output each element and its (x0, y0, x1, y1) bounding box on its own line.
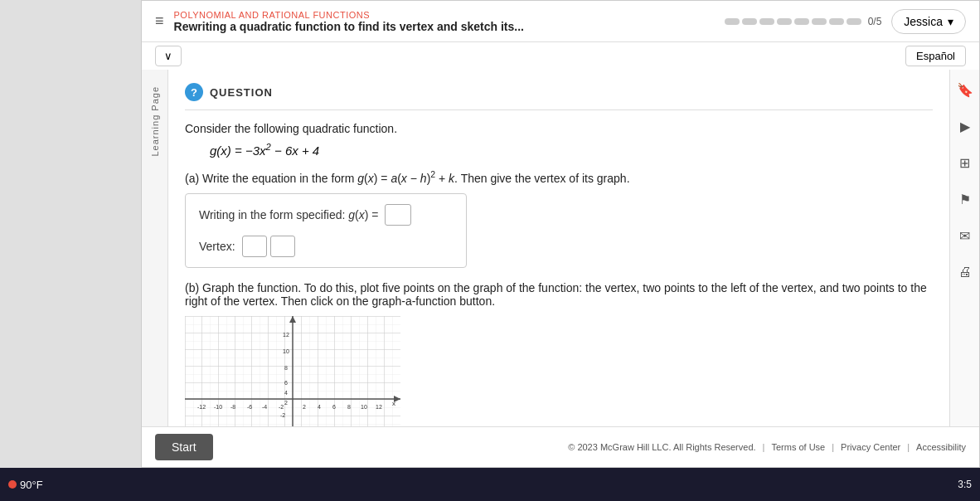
espanol-button[interactable]: Español (905, 46, 966, 66)
accessibility-link[interactable]: Accessibility (916, 442, 966, 452)
progress-seg-2 (742, 18, 757, 25)
svg-text:10: 10 (283, 348, 289, 354)
graph-container[interactable]: -12 -10 -8 -6 -4 -2 2 4 6 8 10 12 x 12 1… (185, 316, 400, 426)
sidebar-label: Learning Page (150, 86, 160, 157)
progress-container: 0/5 (725, 16, 882, 27)
question-icon: ? (185, 83, 203, 101)
bookmark-icon[interactable]: 🔖 (953, 78, 977, 101)
svg-text:2: 2 (303, 404, 306, 410)
main-content: ? QUESTION Consider the following quadra… (168, 70, 949, 426)
svg-text:-2: -2 (279, 404, 284, 410)
progress-seg-4 (777, 18, 792, 25)
question-header: ? QUESTION (185, 83, 933, 101)
user-name-label: Jessica (904, 15, 943, 28)
copyright-text: © 2023 McGraw Hill LLC. All Rights Reser… (568, 442, 755, 452)
problem-intro: Consider the following quadratic functio… (185, 122, 933, 135)
content-area: Learning Page ? QUESTION Consider the fo… (142, 70, 979, 426)
svg-text:8: 8 (284, 365, 288, 371)
svg-text:6: 6 (332, 404, 336, 410)
svg-text:-10: -10 (214, 404, 222, 410)
mail-icon[interactable]: ✉ (953, 224, 977, 247)
right-toolbar: 🔖 ▶ ⊞ ⚑ ✉ 🖨 (949, 70, 979, 426)
part-b-label: (b) Graph the function. To do this, plot… (185, 281, 933, 308)
progress-bar (725, 18, 861, 25)
svg-text:x: x (392, 400, 395, 407)
hamburger-icon[interactable]: ≡ (155, 12, 164, 30)
terms-link[interactable]: Terms of Use (771, 442, 825, 452)
footer-links: © 2023 McGraw Hill LLC. All Rights Reser… (568, 442, 966, 452)
user-menu-button[interactable]: Jessica ▾ (891, 9, 966, 34)
temp-dot (8, 480, 17, 489)
writing-row: Writing in the form specified: g(x) = (199, 204, 453, 226)
dropdown-button[interactable]: ∨ (155, 46, 182, 66)
answer-box: Writing in the form specified: g(x) = Ve… (185, 193, 467, 268)
graph-svg[interactable]: -12 -10 -8 -6 -4 -2 2 4 6 8 10 12 x 12 1… (185, 316, 400, 426)
svg-text:2: 2 (284, 400, 288, 406)
vertex-y-input[interactable] (270, 236, 295, 257)
progress-label: 0/5 (868, 16, 882, 27)
svg-text:-8: -8 (230, 404, 235, 410)
progress-seg-3 (759, 18, 774, 25)
svg-text:12: 12 (376, 404, 382, 410)
vertex-row: Vertex: (199, 236, 453, 257)
function-input[interactable] (385, 204, 411, 226)
breadcrumb-category: POLYNOMIAL AND RATIONAL FUNCTIONS (174, 10, 715, 20)
privacy-link[interactable]: Privacy Center (841, 442, 900, 452)
footer: Start © 2023 McGraw Hill LLC. All Rights… (142, 426, 979, 467)
vertex-x-input[interactable] (242, 236, 267, 257)
writing-label: Writing in the form specified: g(x) = (199, 208, 378, 221)
print-icon[interactable]: 🖨 (953, 260, 977, 284)
svg-text:-6: -6 (247, 404, 252, 410)
question-label: QUESTION (210, 86, 273, 99)
progress-seg-5 (794, 18, 809, 25)
progress-seg-7 (829, 18, 844, 25)
svg-text:-4: -4 (262, 404, 267, 410)
sub-header: ∨ Español (142, 42, 979, 70)
grid-icon[interactable]: ⊞ (953, 151, 977, 174)
section-divider (185, 109, 933, 110)
progress-seg-1 (725, 18, 740, 25)
svg-text:4: 4 (284, 390, 288, 396)
svg-text:-2: -2 (280, 412, 285, 418)
svg-text:12: 12 (283, 332, 289, 338)
progress-seg-8 (847, 18, 861, 25)
svg-text:4: 4 (318, 404, 321, 410)
svg-text:8: 8 (347, 404, 351, 410)
svg-text:-12: -12 (197, 404, 206, 410)
header: ≡ POLYNOMIAL AND RATIONAL FUNCTIONS Rewr… (142, 1, 979, 42)
svg-text:6: 6 (284, 380, 288, 386)
svg-text:10: 10 (361, 404, 367, 410)
taskbar: 90°F 3:5 (0, 468, 980, 501)
page-title: Rewriting a quadratic function to find i… (174, 20, 715, 33)
start-button[interactable]: Start (155, 434, 213, 460)
app-window: ≡ POLYNOMIAL AND RATIONAL FUNCTIONS Rewr… (141, 0, 980, 468)
clock-display: 3:5 (958, 479, 972, 490)
progress-seg-6 (812, 18, 827, 25)
breadcrumb: POLYNOMIAL AND RATIONAL FUNCTIONS Rewrit… (174, 10, 715, 33)
part-a-label: (a) Write the equation in the form g(x) … (185, 169, 933, 185)
left-sidebar: Learning Page (142, 70, 168, 426)
flag-icon[interactable]: ⚑ (953, 187, 977, 211)
vertex-label: Vertex: (199, 240, 235, 253)
vertex-inputs (242, 236, 295, 257)
taskbar-right: 3:5 (949, 479, 980, 490)
chevron-down-icon: ▾ (948, 15, 953, 28)
play-icon[interactable]: ▶ (953, 114, 977, 138)
temperature-value: 90°F (20, 479, 43, 491)
temperature-display: 90°F (0, 479, 51, 491)
function-display: g(x) = −3x2 − 6x + 4 (210, 142, 933, 158)
